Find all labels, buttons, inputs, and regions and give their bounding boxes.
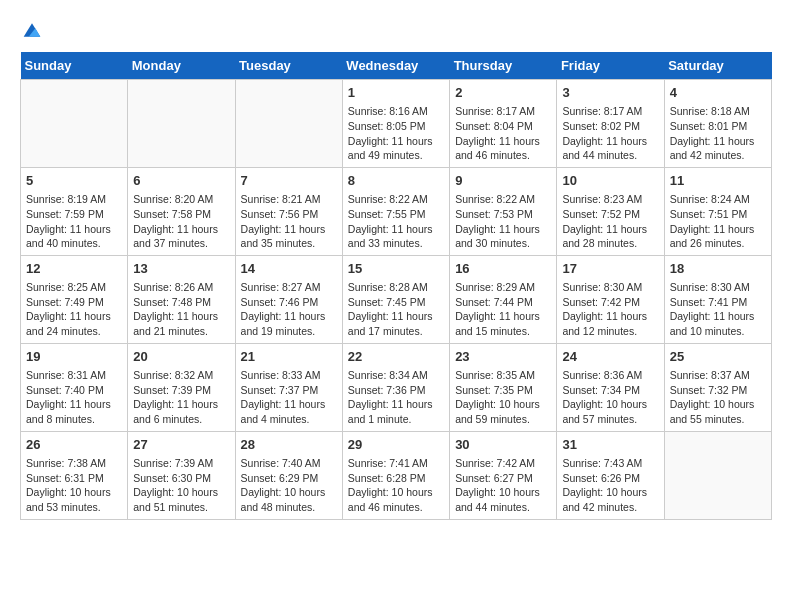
day-info: Sunrise: 8:18 AM Sunset: 8:01 PM Dayligh… — [670, 104, 766, 163]
day-info: Sunrise: 8:30 AM Sunset: 7:42 PM Dayligh… — [562, 280, 658, 339]
day-info: Sunrise: 8:22 AM Sunset: 7:55 PM Dayligh… — [348, 192, 444, 251]
calendar-cell: 7Sunrise: 8:21 AM Sunset: 7:56 PM Daylig… — [235, 167, 342, 255]
calendar-cell: 14Sunrise: 8:27 AM Sunset: 7:46 PM Dayli… — [235, 255, 342, 343]
day-info: Sunrise: 8:32 AM Sunset: 7:39 PM Dayligh… — [133, 368, 229, 427]
calendar-cell — [235, 80, 342, 168]
calendar-cell: 27Sunrise: 7:39 AM Sunset: 6:30 PM Dayli… — [128, 431, 235, 519]
day-info: Sunrise: 8:17 AM Sunset: 8:02 PM Dayligh… — [562, 104, 658, 163]
day-number: 4 — [670, 84, 766, 102]
day-info: Sunrise: 8:25 AM Sunset: 7:49 PM Dayligh… — [26, 280, 122, 339]
logo-icon — [22, 20, 42, 40]
calendar-cell: 12Sunrise: 8:25 AM Sunset: 7:49 PM Dayli… — [21, 255, 128, 343]
weekday-header-tuesday: Tuesday — [235, 52, 342, 80]
weekday-header-wednesday: Wednesday — [342, 52, 449, 80]
day-number: 16 — [455, 260, 551, 278]
calendar-cell: 28Sunrise: 7:40 AM Sunset: 6:29 PM Dayli… — [235, 431, 342, 519]
day-info: Sunrise: 7:40 AM Sunset: 6:29 PM Dayligh… — [241, 456, 337, 515]
day-info: Sunrise: 7:41 AM Sunset: 6:28 PM Dayligh… — [348, 456, 444, 515]
day-info: Sunrise: 8:19 AM Sunset: 7:59 PM Dayligh… — [26, 192, 122, 251]
page-header — [20, 20, 772, 36]
weekday-header-friday: Friday — [557, 52, 664, 80]
calendar-cell: 9Sunrise: 8:22 AM Sunset: 7:53 PM Daylig… — [450, 167, 557, 255]
calendar-cell: 13Sunrise: 8:26 AM Sunset: 7:48 PM Dayli… — [128, 255, 235, 343]
day-number: 6 — [133, 172, 229, 190]
calendar-cell: 15Sunrise: 8:28 AM Sunset: 7:45 PM Dayli… — [342, 255, 449, 343]
day-number: 3 — [562, 84, 658, 102]
calendar-cell: 1Sunrise: 8:16 AM Sunset: 8:05 PM Daylig… — [342, 80, 449, 168]
day-number: 2 — [455, 84, 551, 102]
calendar-table: SundayMondayTuesdayWednesdayThursdayFrid… — [20, 52, 772, 520]
day-info: Sunrise: 8:33 AM Sunset: 7:37 PM Dayligh… — [241, 368, 337, 427]
calendar-cell: 30Sunrise: 7:42 AM Sunset: 6:27 PM Dayli… — [450, 431, 557, 519]
calendar-week-1: 1Sunrise: 8:16 AM Sunset: 8:05 PM Daylig… — [21, 80, 772, 168]
day-number: 24 — [562, 348, 658, 366]
day-info: Sunrise: 8:31 AM Sunset: 7:40 PM Dayligh… — [26, 368, 122, 427]
calendar-week-3: 12Sunrise: 8:25 AM Sunset: 7:49 PM Dayli… — [21, 255, 772, 343]
day-number: 14 — [241, 260, 337, 278]
day-number: 25 — [670, 348, 766, 366]
day-number: 21 — [241, 348, 337, 366]
day-number: 12 — [26, 260, 122, 278]
day-info: Sunrise: 8:30 AM Sunset: 7:41 PM Dayligh… — [670, 280, 766, 339]
day-info: Sunrise: 7:42 AM Sunset: 6:27 PM Dayligh… — [455, 456, 551, 515]
day-info: Sunrise: 8:27 AM Sunset: 7:46 PM Dayligh… — [241, 280, 337, 339]
calendar-cell: 25Sunrise: 8:37 AM Sunset: 7:32 PM Dayli… — [664, 343, 771, 431]
day-info: Sunrise: 8:20 AM Sunset: 7:58 PM Dayligh… — [133, 192, 229, 251]
day-number: 5 — [26, 172, 122, 190]
day-info: Sunrise: 8:35 AM Sunset: 7:35 PM Dayligh… — [455, 368, 551, 427]
day-number: 31 — [562, 436, 658, 454]
calendar-cell: 4Sunrise: 8:18 AM Sunset: 8:01 PM Daylig… — [664, 80, 771, 168]
day-number: 11 — [670, 172, 766, 190]
day-info: Sunrise: 8:22 AM Sunset: 7:53 PM Dayligh… — [455, 192, 551, 251]
weekday-header-sunday: Sunday — [21, 52, 128, 80]
calendar-cell: 18Sunrise: 8:30 AM Sunset: 7:41 PM Dayli… — [664, 255, 771, 343]
weekday-header-saturday: Saturday — [664, 52, 771, 80]
day-info: Sunrise: 8:24 AM Sunset: 7:51 PM Dayligh… — [670, 192, 766, 251]
day-info: Sunrise: 7:39 AM Sunset: 6:30 PM Dayligh… — [133, 456, 229, 515]
day-info: Sunrise: 7:38 AM Sunset: 6:31 PM Dayligh… — [26, 456, 122, 515]
calendar-cell: 2Sunrise: 8:17 AM Sunset: 8:04 PM Daylig… — [450, 80, 557, 168]
day-info: Sunrise: 8:36 AM Sunset: 7:34 PM Dayligh… — [562, 368, 658, 427]
calendar-cell: 16Sunrise: 8:29 AM Sunset: 7:44 PM Dayli… — [450, 255, 557, 343]
day-number: 9 — [455, 172, 551, 190]
day-info: Sunrise: 8:26 AM Sunset: 7:48 PM Dayligh… — [133, 280, 229, 339]
calendar-cell: 31Sunrise: 7:43 AM Sunset: 6:26 PM Dayli… — [557, 431, 664, 519]
calendar-cell: 3Sunrise: 8:17 AM Sunset: 8:02 PM Daylig… — [557, 80, 664, 168]
day-number: 23 — [455, 348, 551, 366]
calendar-cell: 26Sunrise: 7:38 AM Sunset: 6:31 PM Dayli… — [21, 431, 128, 519]
calendar-cell: 29Sunrise: 7:41 AM Sunset: 6:28 PM Dayli… — [342, 431, 449, 519]
day-number: 1 — [348, 84, 444, 102]
calendar-cell: 23Sunrise: 8:35 AM Sunset: 7:35 PM Dayli… — [450, 343, 557, 431]
day-number: 10 — [562, 172, 658, 190]
day-number: 22 — [348, 348, 444, 366]
day-number: 27 — [133, 436, 229, 454]
calendar-cell: 5Sunrise: 8:19 AM Sunset: 7:59 PM Daylig… — [21, 167, 128, 255]
calendar-cell: 24Sunrise: 8:36 AM Sunset: 7:34 PM Dayli… — [557, 343, 664, 431]
logo — [20, 20, 42, 36]
day-info: Sunrise: 8:29 AM Sunset: 7:44 PM Dayligh… — [455, 280, 551, 339]
day-info: Sunrise: 8:21 AM Sunset: 7:56 PM Dayligh… — [241, 192, 337, 251]
day-number: 18 — [670, 260, 766, 278]
day-number: 20 — [133, 348, 229, 366]
calendar-cell: 17Sunrise: 8:30 AM Sunset: 7:42 PM Dayli… — [557, 255, 664, 343]
calendar-cell: 11Sunrise: 8:24 AM Sunset: 7:51 PM Dayli… — [664, 167, 771, 255]
calendar-cell — [21, 80, 128, 168]
day-number: 7 — [241, 172, 337, 190]
calendar-cell: 22Sunrise: 8:34 AM Sunset: 7:36 PM Dayli… — [342, 343, 449, 431]
day-info: Sunrise: 8:37 AM Sunset: 7:32 PM Dayligh… — [670, 368, 766, 427]
day-info: Sunrise: 8:23 AM Sunset: 7:52 PM Dayligh… — [562, 192, 658, 251]
calendar-cell: 6Sunrise: 8:20 AM Sunset: 7:58 PM Daylig… — [128, 167, 235, 255]
day-info: Sunrise: 8:28 AM Sunset: 7:45 PM Dayligh… — [348, 280, 444, 339]
day-number: 17 — [562, 260, 658, 278]
day-number: 30 — [455, 436, 551, 454]
day-number: 8 — [348, 172, 444, 190]
day-number: 19 — [26, 348, 122, 366]
calendar-cell — [664, 431, 771, 519]
day-number: 28 — [241, 436, 337, 454]
calendar-week-2: 5Sunrise: 8:19 AM Sunset: 7:59 PM Daylig… — [21, 167, 772, 255]
day-number: 15 — [348, 260, 444, 278]
calendar-cell: 10Sunrise: 8:23 AM Sunset: 7:52 PM Dayli… — [557, 167, 664, 255]
calendar-cell: 19Sunrise: 8:31 AM Sunset: 7:40 PM Dayli… — [21, 343, 128, 431]
calendar-week-5: 26Sunrise: 7:38 AM Sunset: 6:31 PM Dayli… — [21, 431, 772, 519]
day-info: Sunrise: 8:16 AM Sunset: 8:05 PM Dayligh… — [348, 104, 444, 163]
